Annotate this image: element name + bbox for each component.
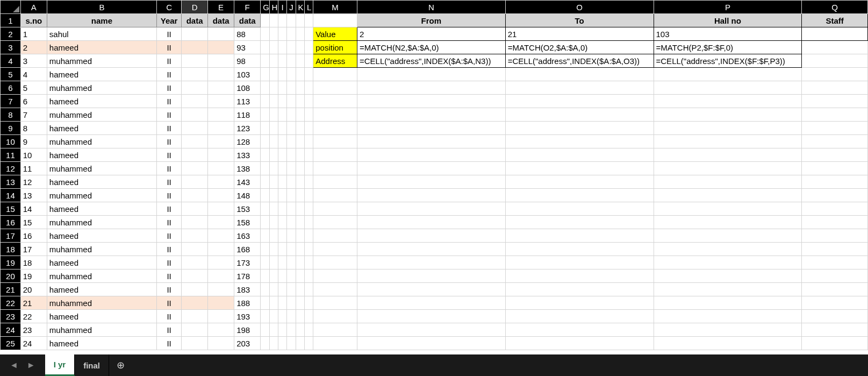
cell-H19[interactable]	[269, 256, 278, 269]
cell-J3[interactable]	[287, 41, 296, 54]
cell-A7[interactable]: 6	[20, 95, 47, 108]
cell-H9[interactable]	[269, 122, 278, 135]
cell-C23[interactable]: II	[157, 310, 182, 323]
cell-J20[interactable]	[287, 269, 296, 283]
cell-I20[interactable]	[278, 269, 286, 283]
cell-Q16[interactable]	[802, 216, 868, 229]
cell-A5[interactable]: 4	[20, 68, 47, 81]
cell-B15[interactable]: hameed	[47, 202, 156, 216]
col-header-G[interactable]: G	[261, 1, 269, 14]
cell-G5[interactable]	[261, 68, 269, 81]
cell-I7[interactable]	[278, 95, 286, 108]
cell-I10[interactable]	[278, 135, 286, 148]
cell-G8[interactable]	[261, 108, 269, 122]
cell-P25[interactable]	[654, 337, 802, 350]
cell-N15[interactable]	[357, 202, 505, 216]
cell-D9[interactable]	[182, 122, 208, 135]
cell-B6[interactable]: muhammed	[47, 81, 156, 95]
cell-M3[interactable]: position	[313, 41, 357, 54]
cell-A12[interactable]: 11	[20, 162, 47, 175]
cell-O4[interactable]: =CELL("address",INDEX($A:$A,O3))	[505, 54, 654, 68]
cell-B14[interactable]: muhammed	[47, 189, 156, 202]
cell-H4[interactable]	[269, 54, 278, 68]
cell-H20[interactable]	[269, 269, 278, 283]
col-header-C[interactable]: C	[157, 1, 182, 14]
cell-N8[interactable]	[357, 108, 505, 122]
cell-N3[interactable]: =MATCH(N2,$A:$A,0)	[357, 41, 505, 54]
cell-J22[interactable]	[287, 296, 296, 310]
cell-L14[interactable]	[304, 189, 313, 202]
cell-N1[interactable]: From	[357, 14, 505, 27]
cell-H6[interactable]	[269, 81, 278, 95]
cell-P4[interactable]: =CELL("address",INDEX($F:$F,P3))	[654, 54, 802, 68]
cell-N6[interactable]	[357, 81, 505, 95]
cell-I6[interactable]	[278, 81, 286, 95]
cell-B11[interactable]: hameed	[47, 148, 156, 162]
cell-C19[interactable]: II	[157, 256, 182, 269]
cell-F3[interactable]: 93	[234, 41, 261, 54]
cell-Q4[interactable]	[802, 54, 868, 68]
cell-C6[interactable]: II	[157, 81, 182, 95]
cell-P12[interactable]	[654, 162, 802, 175]
row-header-18[interactable]: 18	[1, 243, 21, 256]
cell-F20[interactable]: 178	[234, 269, 261, 283]
cell-H15[interactable]	[269, 202, 278, 216]
cell-K21[interactable]	[296, 283, 304, 296]
cell-G24[interactable]	[261, 323, 269, 337]
cell-H10[interactable]	[269, 135, 278, 148]
cell-M9[interactable]	[313, 122, 357, 135]
cell-J7[interactable]	[287, 95, 296, 108]
row-header-10[interactable]: 10	[1, 135, 21, 148]
cell-H11[interactable]	[269, 148, 278, 162]
cell-E6[interactable]	[208, 81, 234, 95]
cell-J13[interactable]	[287, 175, 296, 189]
cell-A2[interactable]: 1	[20, 27, 47, 41]
cell-F17[interactable]: 163	[234, 229, 261, 243]
cell-O8[interactable]	[505, 108, 654, 122]
cell-E20[interactable]	[208, 269, 234, 283]
cell-L23[interactable]	[304, 310, 313, 323]
cell-C14[interactable]: II	[157, 189, 182, 202]
cell-F25[interactable]: 203	[234, 337, 261, 350]
cell-E3[interactable]	[208, 41, 234, 54]
row-header-7[interactable]: 7	[1, 95, 21, 108]
cell-L11[interactable]	[304, 148, 313, 162]
row-header-11[interactable]: 11	[1, 148, 21, 162]
cell-P14[interactable]	[654, 189, 802, 202]
row-header-8[interactable]: 8	[1, 108, 21, 122]
cell-N17[interactable]	[357, 229, 505, 243]
cell-I23[interactable]	[278, 310, 286, 323]
cell-K25[interactable]	[296, 337, 304, 350]
cell-A23[interactable]: 22	[20, 310, 47, 323]
cell-M23[interactable]	[313, 310, 357, 323]
cell-M10[interactable]	[313, 135, 357, 148]
cell-I1[interactable]	[278, 14, 286, 27]
cell-E8[interactable]	[208, 108, 234, 122]
cell-B23[interactable]: hameed	[47, 310, 156, 323]
cell-F10[interactable]: 128	[234, 135, 261, 148]
cell-N24[interactable]	[357, 323, 505, 337]
cell-O5[interactable]	[505, 68, 654, 81]
cell-D19[interactable]	[182, 256, 208, 269]
cell-I16[interactable]	[278, 216, 286, 229]
cell-O14[interactable]	[505, 189, 654, 202]
cell-M5[interactable]	[313, 68, 357, 81]
cell-N5[interactable]	[357, 68, 505, 81]
row-header-21[interactable]: 21	[1, 283, 21, 296]
cell-P22[interactable]	[654, 296, 802, 310]
cell-B21[interactable]: hameed	[47, 283, 156, 296]
cell-H13[interactable]	[269, 175, 278, 189]
cell-B20[interactable]: muhammed	[47, 269, 156, 283]
cell-E9[interactable]	[208, 122, 234, 135]
cell-G23[interactable]	[261, 310, 269, 323]
cell-C24[interactable]: II	[157, 323, 182, 337]
cell-A14[interactable]: 13	[20, 189, 47, 202]
cell-J15[interactable]	[287, 202, 296, 216]
cell-F4[interactable]: 98	[234, 54, 261, 68]
tab-next-button[interactable]: ►	[24, 358, 39, 372]
cell-I2[interactable]	[278, 27, 286, 41]
cell-Q5[interactable]	[802, 68, 868, 81]
cell-C8[interactable]: II	[157, 108, 182, 122]
cell-G2[interactable]	[261, 27, 269, 41]
cell-P15[interactable]	[654, 202, 802, 216]
